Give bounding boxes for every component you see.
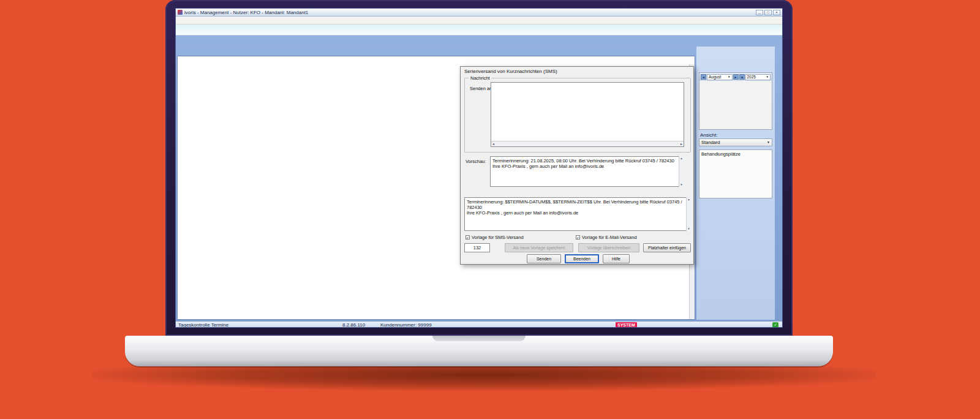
recipient-list: ◄ ► (491, 82, 684, 147)
help-button[interactable]: Hilfe (603, 254, 630, 263)
calendar-month-value: August (709, 75, 721, 80)
scroll-down-icon[interactable]: ▼ (687, 227, 691, 231)
view-select[interactable]: Standard ▼ (699, 138, 772, 146)
shield-icon: ✓ (772, 322, 778, 328)
treatment-places-box: Behandlungsplätze (699, 149, 772, 198)
sms-template-checkbox[interactable]: ✓ Vorlage für SMS-Versand (466, 235, 576, 240)
view-label: Ansicht: (700, 132, 717, 138)
calendar-next-month-icon[interactable]: ► (733, 74, 739, 80)
preview-label: Vorschau: (466, 159, 486, 164)
scroll-up-icon[interactable]: ▲ (679, 156, 684, 160)
window-titlebar: ivoris - Management - Nutzer: KFO - Mand… (176, 9, 782, 17)
preview-scrollbar[interactable]: ▲ ▼ (679, 156, 684, 187)
view-select-value: Standard (701, 139, 720, 146)
calendar-nav: ◄ August ▼ ► ◄ 2025 ▼ (699, 73, 772, 81)
close-dialog-button[interactable]: Beenden (565, 254, 599, 263)
chevron-down-icon: ▼ (766, 75, 769, 80)
calendar-prev-month-icon[interactable]: ◄ (701, 74, 706, 80)
message-group-legend: Nachricht (469, 75, 492, 81)
recipient-horizontal-scrollbar[interactable]: ◄ ► (491, 141, 684, 146)
system-badge: SYSTEM (616, 322, 637, 328)
laptop-base (125, 336, 833, 366)
chevron-down-icon: ▼ (767, 139, 770, 146)
send-button[interactable]: Senden (527, 254, 561, 263)
send-to-label: Senden an: (470, 86, 493, 91)
scroll-up-icon[interactable]: ▲ (687, 197, 691, 202)
char-counter: 132 (464, 243, 490, 252)
close-button[interactable]: × (773, 10, 780, 15)
menu-bar (176, 17, 782, 25)
main-toolbar (176, 25, 782, 36)
minimize-button[interactable]: _ (756, 10, 763, 15)
checkbox-checked-icon[interactable]: ✓ (576, 235, 580, 240)
dialog-title: Serienversand von Kurznachrichten (SMS) (464, 69, 557, 74)
page-background: ivoris - Management - Nutzer: KFO - Mand… (0, 0, 980, 419)
overwrite-template-button[interactable]: Vorlage überschreiben (578, 243, 639, 252)
template-textarea[interactable]: Terminerinnerung: $$TERMIN-DATUM$$, $$TE… (464, 197, 691, 231)
scroll-left-icon[interactable]: ◄ (492, 142, 495, 146)
customer-number: Kundennummer: 99999 (380, 322, 432, 328)
laptop-bezel: ivoris - Management - Nutzer: KFO - Mand… (165, 0, 793, 336)
app-icon (178, 10, 183, 15)
version-text: 8.2.86.110 (342, 322, 365, 328)
status-bar: Tageskontrolle Termine 8.2.86.110 Kunden… (176, 321, 782, 328)
window-title: ivoris - Management - Nutzer: KFO - Mand… (184, 10, 308, 15)
insert-placeholder-button[interactable]: Platzhalter einfügen (643, 243, 691, 252)
status-text: Tageskontrolle Termine (178, 322, 228, 328)
calendar: ◄ August ▼ ► ◄ 2025 ▼ (699, 72, 772, 130)
scroll-right-icon[interactable]: ► (680, 142, 683, 146)
email-template-checkbox-label: Vorlage für E-Mail-Versand (582, 235, 637, 240)
preview-text: Terminerinnerung: 21.08.2025, 08:00 Uhr.… (490, 156, 684, 187)
template-scrollbar[interactable]: ▲ ▼ (686, 197, 691, 231)
calendar-year-value: 2025 (747, 75, 756, 80)
sms-template-checkbox-label: Vorlage für SMS-Versand (472, 235, 524, 240)
calendar-month-select[interactable]: August ▼ (707, 74, 733, 80)
calendar-year-select[interactable]: 2025 ▼ (745, 74, 771, 80)
sms-dialog: Serienversand von Kurznachrichten (SMS) … (460, 66, 694, 265)
scroll-down-icon[interactable]: ▼ (679, 183, 684, 187)
maximize-button[interactable]: □ (764, 10, 772, 15)
treatment-places-title: Behandlungsplätze (701, 151, 770, 159)
checkbox-checked-icon[interactable]: ✓ (466, 235, 470, 240)
calendar-prev-year-icon[interactable]: ◄ (739, 74, 745, 80)
laptop-base-notch (432, 336, 526, 341)
save-new-template-button[interactable]: Als neue Vorlage speichern (505, 243, 573, 252)
chevron-down-icon: ▼ (728, 75, 730, 80)
message-groupbox: Nachricht Senden an: ◄ ► (464, 78, 691, 153)
laptop-screen: ivoris - Management - Nutzer: KFO - Mand… (175, 8, 783, 328)
window-controls: _ □ × (756, 10, 780, 15)
email-template-checkbox[interactable]: ✓ Vorlage für E-Mail-Versand (576, 235, 686, 240)
